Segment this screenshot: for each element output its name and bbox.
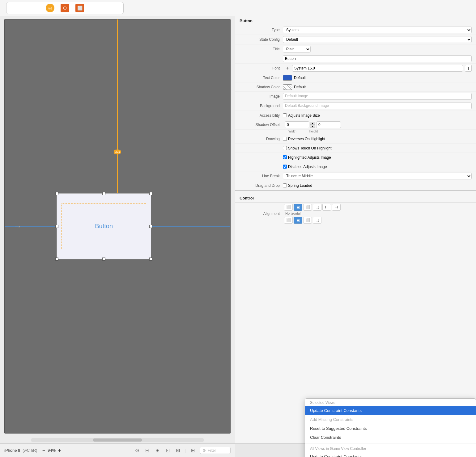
align-bottom-button[interactable]: ⬜ [303, 217, 312, 224]
reverses-on-highlight-label: Reverses On Highlight [288, 137, 325, 141]
adjusts-image-size-checkbox[interactable] [283, 113, 287, 117]
shadow-color-value[interactable]: Default [294, 85, 306, 89]
text-color-swatch[interactable] [283, 75, 292, 81]
menu-update-constraint[interactable]: Update Constraint Constants [305, 406, 476, 415]
shadow-offset-width[interactable] [285, 121, 309, 128]
prop-disabled-adjusts-image: Disabled Adjusts Image [235, 162, 476, 171]
handle-bottom-left[interactable] [55, 258, 58, 261]
inspector: Button Type System State Config Default [235, 16, 476, 443]
canvas-button-container[interactable]: Button [57, 193, 151, 259]
prop-image: Image Default Image [235, 92, 476, 101]
type-select[interactable]: System [283, 27, 472, 33]
highlighted-adjusts-image-checkbox[interactable] [283, 155, 287, 159]
grid-rows-icon[interactable]: ⊟ [145, 447, 149, 453]
prop-spring-loaded: Drag and Drop Spring Loaded [235, 181, 476, 190]
handle-middle-right[interactable] [149, 225, 152, 228]
disabled-adjusts-image-checkbox[interactable] [283, 165, 287, 169]
zoom-in-button[interactable]: + [58, 448, 61, 453]
align-left-button[interactable]: ⬜ [284, 204, 293, 211]
prop-shows-touch-on-highlight: Shows Touch On Highlight [235, 144, 476, 153]
horizontal-label: Horizontal [285, 212, 341, 215]
menu-reset-suggested[interactable]: Reset to Suggested Constraints [305, 424, 476, 433]
grid-icon[interactable]: ⊞ [191, 447, 195, 453]
handle-top-middle[interactable] [102, 192, 105, 195]
font-input[interactable] [292, 65, 463, 72]
shadow-offset-width-stepper[interactable]: ▲ ▼ [310, 122, 315, 128]
handle-top-left[interactable] [55, 192, 58, 195]
zoom-controls[interactable]: − 94% + [42, 448, 61, 453]
image-input[interactable]: Default Image [283, 93, 472, 100]
text-color-value[interactable]: Default [294, 76, 306, 80]
align-center-button[interactable]: ▣ [294, 204, 302, 211]
control-section: Control Alignment ⬜ ▣ ⬜ ⬚ ⊢ ⊣ Horizont [235, 190, 476, 227]
square-icon[interactable]: ⬜ [75, 4, 84, 12]
menu-all-update-constraint[interactable]: Update Constraint Constants [305, 452, 476, 457]
shows-touch-on-highlight-checkbox[interactable] [283, 146, 287, 150]
resize-icon[interactable]: ⊡ [166, 447, 170, 453]
background-input[interactable]: Default Background Image [283, 103, 472, 109]
state-config-label: State Config [240, 37, 283, 42]
prop-reverses-on-highlight: Drawing Reverses On Highlight [235, 134, 476, 144]
canvas-tool-icons: ⊙ ⊟ ⊞ ⊡ ⊠ [135, 447, 180, 453]
reverses-on-highlight-checkbox[interactable] [283, 137, 287, 141]
constraint-badge: -63 [114, 149, 121, 154]
view-icons: ⊞ [191, 447, 195, 453]
drawing-label: Drawing [240, 137, 283, 141]
next-arrow-icon: → [14, 222, 22, 231]
prop-highlighted-adjusts-image: Highlighted Adjusts Image [235, 153, 476, 162]
divider-1: | [185, 448, 186, 453]
align-icon[interactable]: ⊞ [155, 447, 159, 453]
spring-loaded-label: Spring Loaded [288, 183, 312, 188]
handle-middle-left[interactable] [55, 225, 58, 228]
zoom-out-button[interactable]: − [42, 448, 45, 453]
state-config-select[interactable]: Default [283, 36, 472, 43]
right-panel: Button Type System State Config Default [235, 16, 476, 457]
canvas-scrollbar-thumb[interactable] [93, 438, 142, 442]
selected-views-header: Selected Views [305, 399, 476, 406]
handle-bottom-right[interactable] [149, 258, 152, 261]
line-break-select[interactable]: Truncate Middle [283, 173, 472, 179]
align-right-button[interactable]: ⬜ [303, 204, 312, 211]
filter-placeholder[interactable]: Filter [208, 448, 216, 453]
font-plus-button[interactable]: + [285, 65, 290, 71]
device-label: iPhone 8 (wC hR) [4, 448, 37, 453]
spring-loaded-checkbox[interactable] [283, 183, 287, 187]
align-leading-button[interactable]: ⊢ [322, 204, 331, 211]
layout-icon[interactable]: ⊠ [176, 447, 180, 453]
align-fill-h-button[interactable]: ⬚ [313, 204, 321, 211]
canvas-button[interactable]: Button [57, 193, 151, 259]
shadow-color-label: Shadow Color [240, 85, 283, 89]
handle-bottom-middle[interactable] [102, 258, 105, 261]
align-vcenter-button[interactable]: ▣ [294, 217, 302, 224]
shadow-color-swatch[interactable] [283, 84, 292, 90]
menu-clear[interactable]: Clear Constraints [305, 433, 476, 442]
cube-icon[interactable]: ⬡ [61, 4, 69, 12]
shadow-offset-width-up[interactable]: ▲ [310, 122, 315, 125]
shadow-offset-width-down[interactable]: ▼ [310, 125, 315, 128]
prop-shadow-color: Shadow Color Default [235, 82, 476, 92]
capture-icon[interactable]: ⊙ [135, 447, 139, 453]
circle-icon[interactable]: ◎ [46, 4, 54, 12]
prop-background: Background Default Background Image [235, 101, 476, 111]
prop-line-break: Line Break Truncate Middle [235, 171, 476, 181]
prop-text-color: Text Color Default [235, 73, 476, 82]
canvas-scrollbar[interactable] [31, 438, 204, 442]
canvas-simulator[interactable]: -63 → Button [4, 19, 231, 434]
status-bar: iPhone 8 (wC hR) − 94% + ⊙ ⊟ ⊞ ⊡ ⊠ | ⊞ ⊛ [0, 443, 235, 457]
shadow-offset-height[interactable] [316, 121, 341, 128]
align-trailing-button[interactable]: ⊣ [332, 204, 341, 211]
font-T-button[interactable]: T [465, 65, 472, 72]
alignment-row: Alignment ⬜ ▣ ⬜ ⬚ ⊢ ⊣ Horizontal ⬜ [235, 203, 476, 225]
disabled-adjusts-image-label: Disabled Adjusts Image [288, 165, 327, 169]
title-label: Title [240, 47, 283, 51]
filter-box[interactable]: ⊛ Filter [200, 447, 231, 454]
all-views-header: All Views in Game View Controller [305, 445, 476, 452]
handle-top-right[interactable] [149, 192, 152, 195]
align-fill-v-button[interactable]: ⬚ [313, 217, 321, 224]
title-select[interactable]: Plain [283, 46, 311, 52]
align-top-button[interactable]: ⬜ [284, 217, 293, 224]
line-break-label: Line Break [240, 174, 283, 178]
accessibility-label: Accessibility [240, 113, 283, 118]
menu-add-missing[interactable]: Add Missing Constraints [305, 415, 476, 424]
button-text-input[interactable] [283, 55, 472, 62]
